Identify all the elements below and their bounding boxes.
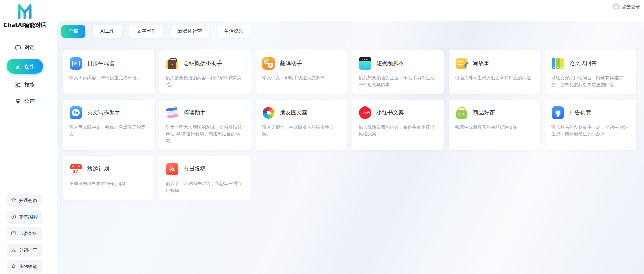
card-title: 节日祝福 xyxy=(184,165,206,173)
binders-icon xyxy=(551,57,564,70)
card-description: 输入关键词，生成吸引人的朋友圈文案。 xyxy=(262,124,341,138)
card-header: 广告创意 xyxy=(551,106,630,119)
card-description: 帮您生成超真实的商品好评文案 xyxy=(455,124,534,131)
card-header: 中A翻译助手 xyxy=(262,57,341,70)
card-story-note[interactable]: 写故事根据关键词生成原创文章和对应的标题 xyxy=(449,50,540,94)
card-title: 英文写作助手 xyxy=(87,109,120,116)
card-header: En英文写作助手 xyxy=(69,106,148,119)
card-title: 旅游计划 xyxy=(87,165,109,173)
sidebar-item-skills-grid[interactable]: 技能 xyxy=(11,79,38,90)
card-title: 小红书文案 xyxy=(376,109,404,116)
tab-1[interactable]: AI工作 xyxy=(93,25,122,38)
card-moments-pinwheel[interactable]: 朋友圈文案输入关键词，生成吸引人的朋友圈文案。 xyxy=(256,100,347,150)
brand-title: ChatAI智能对话 xyxy=(3,22,46,29)
content-panel: 全部AI工作文字写作新媒体运营生活娱乐 周日报生成器输入工作内容，帮你快速完成日… xyxy=(57,21,644,274)
card-header: 总结概括小助手 xyxy=(166,57,245,70)
card-header: 商品好评 xyxy=(455,106,534,119)
card-description: 输入工作内容，帮你快速完成日报。 xyxy=(69,74,148,81)
books-icon xyxy=(166,106,179,119)
tab-4[interactable]: 生活娱乐 xyxy=(217,25,251,38)
coin-yen-icon xyxy=(11,214,17,221)
card-title: 总结概括小助手 xyxy=(184,60,222,67)
moments-pinwheel-icon xyxy=(262,106,275,119)
card-idea-bulb[interactable]: 广告创意输入想写的创意故事主题，小助手为你生成一篇妙趣横生的小故事 xyxy=(545,100,636,150)
topbar: 点击登录 xyxy=(50,0,644,21)
card-header: »»»短视频脚本 xyxy=(359,57,437,70)
card-title: 商品好评 xyxy=(473,109,495,116)
app-root: ChatAI智能对话 对话创作技能绘画 开通会员充值/奖励卡密兑换分销推广我的收… xyxy=(0,0,644,274)
xiaohongshu-icon: 小红书 xyxy=(359,106,372,119)
story-note-icon xyxy=(455,57,468,70)
festival-icon: 祝 xyxy=(166,163,179,176)
pencil-icon xyxy=(15,63,21,69)
translate-icon: 中A xyxy=(262,57,275,70)
card-header: 周日报生成器 xyxy=(69,57,148,70)
daily-report-icon: 周 xyxy=(69,57,82,70)
card-description: 输入节日名称和关键词，帮您写一封节日祝福 xyxy=(166,180,245,194)
sidebar-action-label: 开通会员 xyxy=(19,197,37,204)
sidebar-action-label: 卡密兑换 xyxy=(19,231,37,237)
chat-bubble-icon xyxy=(15,44,21,51)
sidebar-action-label: 我的收藏 xyxy=(19,264,37,270)
card-description: 不知道去哪里旅游?来问问AI xyxy=(69,180,148,187)
briefcase-icon xyxy=(166,57,179,70)
travel-calendar-icon: 27 xyxy=(69,163,82,176)
sidebar-action-card[interactable]: 卡密兑换 xyxy=(7,227,42,240)
card-header: 论文式回答 xyxy=(551,57,630,70)
sidebar-item-label: 技能 xyxy=(24,82,35,88)
card-title: 写故事 xyxy=(473,60,489,67)
card-header: 小红书小红书文案 xyxy=(359,106,437,119)
sidebar-item-paint-brush[interactable]: 绘画 xyxy=(11,96,38,107)
sidebar-action-star[interactable]: 我的收藏 xyxy=(7,260,42,273)
card-books[interactable]: 阅读助手对于一些无法理解的对话，提供对话背景让 AI 来进行解读并制定出适当的回… xyxy=(159,100,251,150)
english-writing-icon: En xyxy=(69,106,82,119)
sidebar-item-label: 创作 xyxy=(24,63,35,70)
sidebar-action-share-network[interactable]: 分销推广 xyxy=(7,244,42,257)
card-title: 短视频脚本 xyxy=(376,60,404,67)
card-header: 祝节日祝福 xyxy=(166,163,245,176)
sidebar-nav: 对话创作技能绘画 xyxy=(0,42,50,107)
avatar-placeholder-icon xyxy=(612,3,620,11)
sidebar-action-coin-yen[interactable]: 充值/奖励 xyxy=(7,211,42,224)
card-description: 输入想写的创意故事主题，小助手为你生成一篇妙趣横生的小故事 xyxy=(551,124,630,138)
card-header: 阅读助手 xyxy=(166,106,245,119)
tab-3[interactable]: 新媒体运营 xyxy=(171,25,209,38)
card-header: 写故事 xyxy=(455,57,534,70)
card-xiaohongshu[interactable]: 小红书小红书文案输入你想发布的内容，帮你生成小红书风格文案 xyxy=(352,100,444,150)
sidebar-action-gem[interactable]: 开通会员 xyxy=(7,194,42,207)
card-description: 以论文形式讨论问题，能够获得连贯的、结构化的和更高质量的回答。 xyxy=(551,74,630,88)
card-shopping-bag[interactable]: 商品好评帮您生成超真实的商品好评文案 xyxy=(449,100,540,150)
card-briefcase[interactable]: 总结概括小助手输入需要概括的内容，我们帮你精简总结。 xyxy=(159,50,251,94)
card-daily-report[interactable]: 周日报生成器输入工作内容，帮你快速完成日报。 xyxy=(63,50,154,94)
card-binders[interactable]: 论文式回答以论文形式讨论问题，能够获得连贯的、结构化的和更高质量的回答。 xyxy=(545,50,636,94)
card-clapperboard[interactable]: »»»短视频脚本输入想要拍摄的主题，小助手为你生成一个短视频脚本 xyxy=(352,50,444,94)
sidebar-item-chat-bubble[interactable]: 对话 xyxy=(11,42,38,53)
card-title: 论文式回答 xyxy=(569,60,597,67)
card-travel-calendar[interactable]: 27旅游计划不知道去哪里旅游?来问问AI xyxy=(63,156,154,200)
sidebar-item-label: 绘画 xyxy=(24,98,35,105)
card-title: 朋友圈文案 xyxy=(280,109,308,116)
card-title: 广告创意 xyxy=(569,109,591,116)
card-festival[interactable]: 祝节日祝福输入节日名称和关键词，帮您写一封节日祝福 xyxy=(159,156,251,200)
card-icon xyxy=(11,231,17,237)
idea-bulb-icon xyxy=(551,106,564,119)
main-area: 点击登录 全部AI工作文字写作新媒体运营生活娱乐 周日报生成器输入工作内容，帮你… xyxy=(50,0,644,274)
card-title: 日报生成器 xyxy=(87,60,115,67)
tab-all[interactable]: 全部 xyxy=(61,25,85,38)
card-description: 输入想要拍摄的主题，小助手为你生成一个短视频脚本 xyxy=(359,74,437,88)
card-header: 27旅游计划 xyxy=(69,163,148,176)
category-tabs: 全部AI工作文字写作新媒体运营生活娱乐 xyxy=(57,21,644,38)
sidebar-action-label: 充值/奖励 xyxy=(19,214,38,220)
sidebar-action-label: 分销推广 xyxy=(19,247,37,253)
skills-grid-icon xyxy=(15,82,21,88)
sidebar-actions: 开通会员充值/奖励卡密兑换分销推广我的收藏 xyxy=(0,194,50,273)
share-network-icon xyxy=(11,247,17,254)
card-english-writing[interactable]: En英文写作助手输入英文或中文，帮你润色成优美的英文 xyxy=(63,100,154,150)
sidebar: ChatAI智能对话 对话创作技能绘画 开通会员充值/奖励卡密兑换分销推广我的收… xyxy=(0,0,50,274)
login-button[interactable]: 点击登录 xyxy=(612,3,640,11)
tab-2[interactable]: 文字写作 xyxy=(129,25,163,38)
sidebar-item-pencil[interactable]: 创作 xyxy=(7,59,43,74)
card-description: 对于一些无法理解的对话，提供对话背景让 AI 来进行解读并制定出适当的回应。 xyxy=(166,124,245,144)
paint-brush-icon xyxy=(15,98,21,104)
card-translate[interactable]: 中A翻译助手输入中文，AI助手快速为您翻译 xyxy=(256,50,347,94)
